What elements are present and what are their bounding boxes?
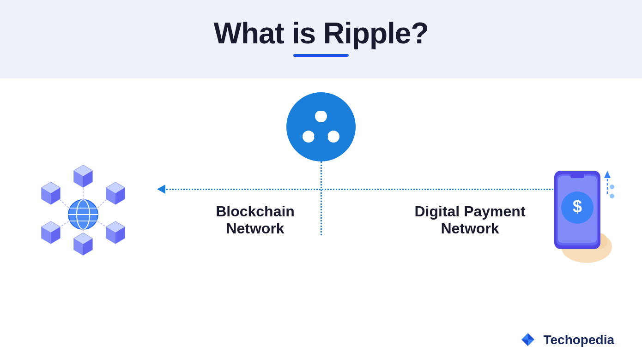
svg-text:$: $ xyxy=(573,197,582,216)
svg-marker-57 xyxy=(528,340,534,346)
svg-point-52 xyxy=(610,185,614,189)
ripple-circle xyxy=(286,92,356,161)
left-label-line2: Network xyxy=(157,220,353,237)
title-underline xyxy=(293,54,349,57)
header-banner: What is Ripple? xyxy=(0,0,642,78)
techopedia-logo-icon xyxy=(518,329,539,350)
left-label-line1: Blockchain xyxy=(157,203,353,220)
techopedia-brand: Techopedia xyxy=(518,329,614,350)
svg-line-39 xyxy=(60,221,68,227)
blockchain-network-icon xyxy=(28,148,139,260)
svg-point-53 xyxy=(610,194,614,198)
svg-line-3 xyxy=(312,121,316,131)
svg-marker-56 xyxy=(521,340,528,346)
content-area: Blockchain Network Digital Payment Netwo… xyxy=(0,78,642,364)
svg-line-38 xyxy=(98,200,106,208)
svg-marker-54 xyxy=(521,333,528,340)
svg-marker-51 xyxy=(604,171,611,178)
svg-marker-55 xyxy=(528,333,534,340)
left-label: Blockchain Network xyxy=(157,203,363,237)
digital-payment-icon: $ xyxy=(527,157,619,265)
svg-point-2 xyxy=(327,131,339,143)
techopedia-name: Techopedia xyxy=(543,333,614,347)
horizontal-line xyxy=(166,189,559,190)
arrow-section: Blockchain Network Digital Payment Netwo… xyxy=(157,185,568,237)
svg-line-37 xyxy=(60,200,68,208)
labels-row: Blockchain Network Digital Payment Netwo… xyxy=(157,203,568,237)
page-title: What is Ripple? xyxy=(214,17,429,49)
svg-rect-49 xyxy=(570,174,584,178)
svg-point-1 xyxy=(303,131,315,143)
svg-point-0 xyxy=(315,111,327,122)
svg-line-40 xyxy=(98,221,106,227)
svg-line-4 xyxy=(326,121,330,131)
ripple-icon xyxy=(300,111,342,143)
arrow-row xyxy=(157,185,568,194)
arrow-left-icon xyxy=(157,185,165,194)
